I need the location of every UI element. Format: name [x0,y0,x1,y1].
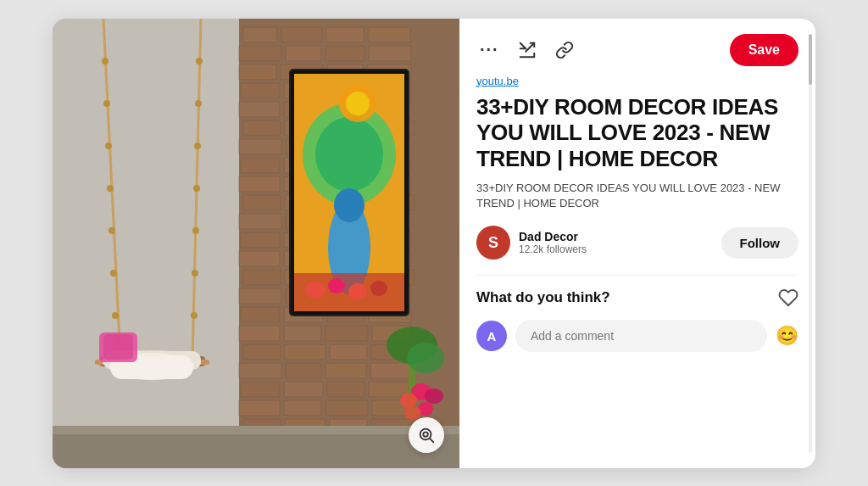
svg-rect-4 [243,27,277,42]
svg-rect-80 [241,382,280,397]
svg-point-116 [103,100,110,107]
svg-rect-6 [326,27,364,42]
svg-point-128 [191,312,198,319]
svg-rect-68 [239,326,280,341]
svg-rect-138 [53,434,459,468]
svg-rect-7 [368,27,410,42]
svg-rect-64 [241,307,280,322]
svg-rect-40 [243,195,281,210]
svg-point-146 [404,406,421,420]
link-button[interactable] [552,37,577,63]
scrollbar-track [809,34,812,453]
svg-rect-72 [243,344,281,360]
share-button[interactable] [515,37,540,63]
svg-point-125 [193,185,200,192]
svg-point-120 [110,270,117,277]
svg-rect-9 [286,46,321,61]
svg-point-123 [195,100,202,107]
svg-rect-24 [243,120,281,136]
add-comment-row: A 😊 [476,320,798,352]
author-avatar[interactable]: S [476,226,510,260]
visual-search-button[interactable] [409,417,444,453]
svg-point-107 [305,282,326,299]
pin-title: 33+DIY ROOM DECOR IDEAS YOU WILL LOVE 20… [476,94,798,172]
svg-rect-77 [286,363,321,378]
svg-rect-84 [239,400,280,416]
svg-point-126 [192,227,199,234]
save-button[interactable]: Save [730,34,798,66]
svg-point-119 [108,227,115,234]
svg-point-144 [425,388,443,404]
svg-rect-16 [241,83,280,98]
svg-rect-36 [239,176,280,192]
svg-rect-73 [285,344,326,360]
more-options-button[interactable]: ··· [476,36,503,63]
svg-rect-56 [243,270,281,285]
svg-rect-82 [327,382,364,397]
pin-card: ··· Sav [53,19,815,468]
svg-point-127 [192,270,198,277]
emoji-button[interactable]: 😊 [776,325,798,347]
author-details: Dad Decor 12.2k followers [519,230,587,255]
svg-line-149 [430,439,433,442]
svg-rect-86 [326,400,368,416]
svg-point-105 [334,188,364,222]
comment-input[interactable] [515,320,767,352]
svg-rect-28 [239,139,281,154]
author-info-left: S Dad Decor 12.2k followers [476,226,587,260]
author-name: Dad Decor [519,230,587,243]
top-actions-bar: ··· Sav [476,34,798,66]
svg-rect-60 [239,288,281,304]
svg-point-118 [107,185,114,192]
svg-point-122 [196,58,203,64]
heart-icon [778,288,798,308]
svg-point-112 [346,92,370,115]
svg-rect-81 [284,382,323,397]
svg-point-148 [423,432,428,436]
svg-rect-11 [369,46,411,61]
svg-rect-78 [326,363,366,378]
pin-description: 33+DIY ROOM DECOR IDEAS YOU WILL LOVE 20… [476,181,798,213]
svg-rect-69 [284,326,321,341]
svg-rect-44 [239,214,281,229]
svg-rect-10 [326,46,364,61]
follow-button[interactable]: Follow [721,227,799,259]
pin-info-panel: ··· Sav [459,19,815,468]
svg-point-109 [348,283,367,300]
svg-line-150 [526,42,534,51]
svg-rect-76 [239,363,281,378]
svg-rect-2 [53,19,239,468]
svg-rect-32 [241,158,280,173]
more-dots-icon: ··· [480,40,499,59]
author-row: S Dad Decor 12.2k followers Follow [476,226,798,260]
svg-point-143 [400,393,417,408]
svg-point-124 [194,142,201,149]
share-icon [518,41,537,59]
svg-rect-12 [239,64,276,80]
svg-rect-74 [330,344,367,360]
source-link[interactable]: youtu.be [476,75,798,87]
svg-rect-5 [281,27,322,42]
svg-point-110 [370,281,387,296]
top-actions-left: ··· [476,36,577,63]
what-do-you-think-row: What do you think? [476,288,798,308]
scrollbar-thumb[interactable] [809,34,812,85]
svg-rect-85 [284,400,321,416]
svg-rect-48 [241,232,280,248]
link-icon [555,41,574,59]
svg-point-115 [102,58,108,64]
svg-point-141 [407,343,444,373]
commenter-avatar: A [476,321,507,351]
svg-rect-79 [370,363,411,378]
svg-point-108 [328,278,345,293]
heart-button[interactable] [778,288,798,308]
svg-point-117 [105,142,112,149]
pin-image-panel [53,19,459,468]
section-divider [476,275,798,276]
author-followers: 12.2k followers [519,243,587,255]
svg-point-121 [112,312,119,319]
svg-rect-20 [239,102,280,117]
svg-rect-8 [239,46,281,61]
what-do-you-think-label: What do you think? [476,289,610,306]
svg-rect-136 [103,334,133,360]
